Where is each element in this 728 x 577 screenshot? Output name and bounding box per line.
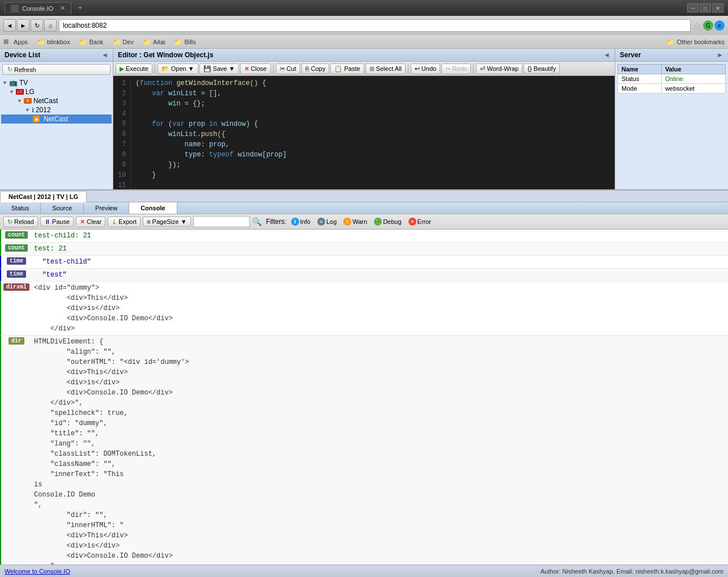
open-button[interactable]: 📂 Open ▼ xyxy=(157,63,198,74)
expand-icon: ▼ xyxy=(25,107,30,113)
new-tab-btn[interactable]: + xyxy=(74,3,87,13)
server-header: Server ► xyxy=(615,49,728,62)
welcome-link[interactable]: Welcome to Console.IO xyxy=(5,568,70,575)
other-bookmarks[interactable]: 📁 Other bookmarks xyxy=(666,38,725,46)
console-text-2: test: 21 xyxy=(32,243,728,255)
clear-button[interactable]: ✕ Clear xyxy=(76,217,105,227)
filter-info[interactable]: ℹ Info xyxy=(289,217,313,227)
save-icon: 💾 xyxy=(203,65,211,73)
save-button[interactable]: 💾 Save ▼ xyxy=(199,63,239,74)
server-row-mode: Mode websocket xyxy=(618,84,726,94)
badge-area: count xyxy=(1,243,32,255)
editor-toggle[interactable]: ◄ xyxy=(603,51,610,59)
tv-label: TV xyxy=(19,79,28,87)
search-icon: 🔍 xyxy=(252,217,262,226)
ext-icon-2[interactable]: ≡ xyxy=(714,20,725,31)
open-icon: 📂 xyxy=(161,65,169,73)
console-tabs: Status Source Preview Console xyxy=(0,202,728,214)
redo-button[interactable]: ↪ Redo xyxy=(441,63,471,74)
col-name: Name xyxy=(618,65,662,74)
expand-icon: ▼ xyxy=(9,89,14,95)
netcast-selected-label: NetCast xyxy=(44,115,68,123)
execute-button[interactable]: ▶ Execute xyxy=(116,63,152,74)
tree-item-2012[interactable]: ▼ ℹ 2012 xyxy=(1,105,112,114)
bank-label: Bank xyxy=(89,39,103,45)
pause-button[interactable]: ⏸ Pause xyxy=(40,217,74,227)
console-row-6: dir HTMLDivElement: { "align": "", "oute… xyxy=(0,336,728,565)
badge-area: dirxml xyxy=(1,282,32,335)
device-tab[interactable]: NetCast | 2012 | TV | LG xyxy=(0,191,87,202)
code-editor[interactable]: (function getWindowInterface() { var win… xyxy=(131,76,615,189)
select-all-button[interactable]: ⊞ Select All xyxy=(365,63,406,74)
export-button[interactable]: ⤓ Export xyxy=(108,217,141,227)
beautify-button[interactable]: {} Beautify xyxy=(523,63,560,74)
ext-icon-1[interactable]: G xyxy=(703,20,713,31)
tree-item-netcast[interactable]: ▼ N NetCast xyxy=(1,96,112,105)
tree-item-tv[interactable]: ▼ 📺 TV xyxy=(1,78,112,87)
filter-warn[interactable]: ⚠ Warn xyxy=(341,217,369,227)
time-badge: time xyxy=(7,257,26,265)
status-value: Online xyxy=(661,74,725,84)
console-search-input[interactable] xyxy=(193,216,250,227)
paste-button[interactable]: 📋 Paste xyxy=(330,63,364,74)
bookmark-dev[interactable]: 📁 Dev xyxy=(109,36,138,48)
refresh-button[interactable]: ↻ xyxy=(31,19,43,32)
netcast-label: NetCast xyxy=(33,97,58,105)
bookmark-aitai[interactable]: 📁 Aitai xyxy=(139,36,169,48)
line-numbers: 12345 678910 1112131415 xyxy=(113,76,131,189)
tree-item-netcast-selected[interactable]: ◉ NetCast xyxy=(1,114,112,124)
console-text-3: "test-child" xyxy=(32,256,728,268)
close-button[interactable]: ✕ Close xyxy=(240,63,271,74)
debug-filter-icon: 🐛 xyxy=(374,218,382,226)
browser-tab[interactable]: Console.IO ✕ xyxy=(5,2,71,14)
device-list-toggle[interactable]: ◄ xyxy=(101,51,108,59)
address-bar: ◄ ► ↻ ⌂ localhost:8082 ☆ G ≡ xyxy=(0,16,728,35)
tab-console[interactable]: Console xyxy=(129,202,177,214)
pagesize-button[interactable]: ≡ PageSize ▼ xyxy=(143,217,190,227)
bookmark-apps[interactable]: Apps xyxy=(10,37,32,47)
bookmark-blinkbox[interactable]: 📁 blinkbox xyxy=(33,36,74,48)
close-button[interactable]: ✕ xyxy=(712,3,723,12)
blinkbox-label: blinkbox xyxy=(47,39,70,45)
console-text-5: <div id="dummy"> <div>This</div> <div>is… xyxy=(32,282,728,335)
warn-filter-icon: ⚠ xyxy=(343,218,351,226)
separator xyxy=(273,63,274,74)
console-row-2: count test: 21 xyxy=(0,243,728,256)
nav-buttons: ◄ ► ↻ ⌂ xyxy=(3,19,57,32)
tab-bar-outer: NetCast | 2012 | TV | LG xyxy=(0,190,728,202)
bookmark-bills[interactable]: 📁 Bills xyxy=(170,36,199,48)
tree-item-lg[interactable]: ▼ LG LG xyxy=(1,87,112,96)
bookmark-bank[interactable]: 📁 Bank xyxy=(75,36,107,48)
bookmarks-bar: ⊞ Apps 📁 blinkbox 📁 Bank 📁 Dev 📁 Aitai 📁… xyxy=(0,35,728,49)
cut-button[interactable]: ✂ Cut xyxy=(276,63,300,74)
count-badge: count xyxy=(5,244,28,252)
other-bookmarks-label: Other bookmarks xyxy=(677,39,725,45)
rss-icon: ◉ xyxy=(33,116,40,122)
separator xyxy=(473,63,474,74)
minimize-button[interactable]: ─ xyxy=(687,3,699,12)
filter-error[interactable]: ✕ Error xyxy=(406,217,433,227)
dir-badge: dir xyxy=(8,337,24,345)
word-wrap-button[interactable]: ⏎ Word-Wrap xyxy=(476,63,522,74)
home-button[interactable]: ⌂ xyxy=(44,19,57,32)
back-button[interactable]: ◄ xyxy=(3,19,16,32)
copy-button[interactable]: ⎘ Copy xyxy=(301,63,330,74)
tab-preview[interactable]: Preview xyxy=(84,202,129,214)
code-area: 12345 678910 1112131415 (function getWin… xyxy=(113,76,615,189)
tab-status[interactable]: Status xyxy=(0,202,41,214)
refresh-icon: ↻ xyxy=(7,66,12,73)
url-bar[interactable]: localhost:8082 xyxy=(59,19,691,32)
forward-button[interactable]: ► xyxy=(17,19,29,32)
server-toggle[interactable]: ► xyxy=(717,51,723,59)
close-tab-icon[interactable]: ✕ xyxy=(60,5,65,12)
status-name: Status xyxy=(618,74,662,84)
reload-button[interactable]: ↻ Reload xyxy=(3,217,38,227)
filter-debug[interactable]: 🐛 Debug xyxy=(372,217,403,227)
reload-icon: ↻ xyxy=(7,218,12,226)
star-button[interactable]: ☆ xyxy=(693,20,701,31)
tab-source[interactable]: Source xyxy=(41,202,84,214)
refresh-button[interactable]: ↻ Refresh xyxy=(2,64,110,75)
filter-log[interactable]: ≡ Log xyxy=(315,217,339,227)
undo-button[interactable]: ↩ Undo xyxy=(411,63,440,74)
maximize-button[interactable]: □ xyxy=(700,3,711,12)
